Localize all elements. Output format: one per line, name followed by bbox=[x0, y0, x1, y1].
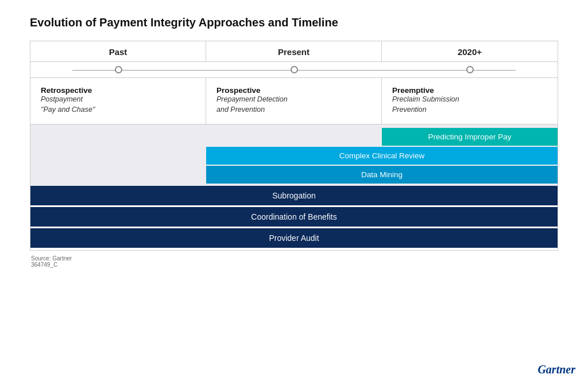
dot-present bbox=[206, 62, 382, 77]
bar-predicting-empty-mid bbox=[206, 128, 382, 147]
bottom-bars-section: Subrogation Coordination of Benefits Pro… bbox=[30, 186, 558, 250]
main-title: Evolution of Payment Integrity Approache… bbox=[30, 16, 558, 29]
source-section: Source: Gartner 364749_C bbox=[31, 255, 558, 268]
bar-complex-row: Complex Clinical Review bbox=[30, 147, 558, 166]
chart-visual: Past Present 2020+ Retrospective Postpay… bbox=[30, 41, 558, 251]
bar-complex-empty bbox=[30, 147, 206, 166]
bar-predicting-empty-left bbox=[30, 128, 206, 147]
bar-datamining-empty bbox=[30, 166, 206, 186]
bar-predicting: Predicting Improper Pay bbox=[382, 128, 558, 146]
desc-present-bold: Prospective bbox=[216, 86, 371, 95]
source-line2: 364749_C bbox=[31, 262, 558, 268]
bar-provider: Provider Audit bbox=[30, 228, 558, 248]
bar-predicting-row: Predicting Improper Pay bbox=[30, 128, 558, 147]
bars-area: Predicting Improper Pay Complex Clinical… bbox=[30, 124, 558, 186]
descriptions-row: Retrospective Postpayment"Pay and Chase"… bbox=[30, 78, 558, 124]
desc-present-normal: Prepayment Detectionand Prevention bbox=[216, 95, 371, 115]
bar-complex: Complex Clinical Review bbox=[206, 147, 558, 165]
dot-future bbox=[382, 62, 558, 77]
timeline-dot-past bbox=[115, 66, 122, 73]
col-header-present: Present bbox=[206, 41, 382, 61]
desc-future-bold: Preemptive bbox=[392, 86, 547, 95]
desc-past-normal: Postpayment"Pay and Chase" bbox=[41, 95, 195, 115]
dot-past bbox=[30, 62, 206, 77]
bar-datamining: Data Mining bbox=[206, 166, 558, 184]
desc-future-normal: Preclaim SubmissionPrevention bbox=[392, 95, 547, 115]
gartner-logo: Gartner bbox=[537, 363, 575, 376]
timeline-dots-row bbox=[30, 62, 558, 78]
bar-cob: Coordination of Benefits bbox=[30, 207, 558, 227]
timeline-dot-present bbox=[291, 66, 298, 73]
desc-future: Preemptive Preclaim SubmissionPrevention bbox=[382, 78, 558, 124]
desc-past: Retrospective Postpayment"Pay and Chase" bbox=[30, 78, 206, 124]
bar-datamining-row: Data Mining bbox=[30, 166, 558, 186]
source-line1: Source: Gartner bbox=[31, 255, 558, 262]
chart-container: Evolution of Payment Integrity Approache… bbox=[18, 0, 570, 274]
bar-subrogation: Subrogation bbox=[30, 186, 558, 205]
col-header-past: Past bbox=[30, 41, 206, 61]
timeline-dot-future bbox=[466, 66, 474, 73]
desc-present: Prospective Prepayment Detectionand Prev… bbox=[206, 78, 382, 124]
header-row: Past Present 2020+ bbox=[30, 41, 558, 62]
col-header-future: 2020+ bbox=[382, 41, 558, 61]
desc-past-bold: Retrospective bbox=[41, 86, 195, 95]
